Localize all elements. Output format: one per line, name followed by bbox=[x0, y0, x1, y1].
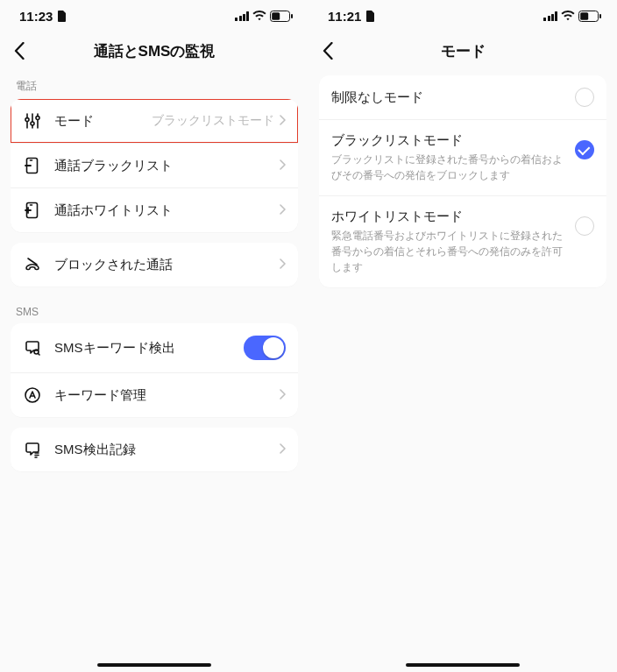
sms-log-card: SMS検出記録 bbox=[11, 428, 298, 471]
row-label: キーワード管理 bbox=[54, 387, 280, 404]
row-label: SMSキーワード検出 bbox=[54, 340, 244, 357]
phone-settings-card: モード ブラックリストモード 通話ブラックリスト 通話ホワイトリスト bbox=[11, 99, 298, 232]
chat-list-icon bbox=[23, 440, 42, 459]
chevron-right-icon bbox=[280, 158, 286, 173]
nav-bar: 通話とSMSの監視 bbox=[0, 32, 308, 70]
page-title: モード bbox=[308, 41, 617, 61]
radio-unchecked[interactable] bbox=[575, 216, 594, 236]
battery-icon bbox=[270, 11, 293, 22]
radio-checked[interactable] bbox=[575, 140, 594, 159]
chat-search-icon bbox=[23, 338, 42, 357]
cellular-icon bbox=[235, 11, 249, 21]
home-indicator[interactable] bbox=[97, 663, 211, 667]
row-label: ブロックされた通話 bbox=[54, 257, 280, 273]
page-title: 通話とSMSの監視 bbox=[0, 41, 308, 61]
svg-rect-1 bbox=[272, 12, 280, 20]
row-mode[interactable]: モード ブラックリストモード bbox=[11, 99, 298, 143]
wifi-icon bbox=[252, 11, 266, 21]
toggle-sms-keyword[interactable] bbox=[244, 336, 286, 360]
svg-rect-12 bbox=[599, 14, 601, 18]
svg-point-9 bbox=[25, 388, 39, 402]
option-desc: 緊急電話番号およびホワイトリストに登録された番号からの着信とそれら番号への発信の… bbox=[331, 228, 566, 275]
option-whitelist[interactable]: ホワイトリストモード 緊急電話番号およびホワイトリストに登録された番号からの着信… bbox=[319, 195, 606, 287]
chevron-right-icon bbox=[280, 257, 286, 272]
chevron-right-icon bbox=[280, 387, 286, 403]
row-call-whitelist[interactable]: 通話ホワイトリスト bbox=[11, 187, 298, 232]
phone-plus-icon bbox=[23, 201, 42, 220]
svg-point-3 bbox=[25, 118, 29, 122]
chevron-left-icon bbox=[14, 42, 25, 60]
status-time: 11:23 bbox=[19, 9, 53, 24]
sliders-icon bbox=[23, 111, 42, 131]
chevron-right-icon bbox=[280, 113, 286, 129]
blocked-call-icon bbox=[23, 255, 42, 274]
status-indicators bbox=[235, 11, 293, 22]
option-no-limit[interactable]: 制限なしモード bbox=[319, 75, 606, 119]
option-desc: ブラックリストに登録された番号からの着信およびその番号への発信をブロックします bbox=[331, 152, 566, 183]
row-sms-keyword-detect: SMSキーワード検出 bbox=[11, 323, 298, 372]
option-title: 制限なしモード bbox=[331, 89, 566, 106]
option-title: ホワイトリストモード bbox=[331, 209, 566, 225]
svg-point-4 bbox=[31, 122, 34, 125]
chevron-right-icon bbox=[280, 442, 286, 457]
content-area: 電話 モード ブラックリストモード 通話ブラックリスト bbox=[0, 70, 308, 672]
home-indicator[interactable] bbox=[406, 663, 520, 667]
section-header-phone: 電話 bbox=[11, 70, 298, 99]
keyword-icon bbox=[23, 386, 42, 405]
row-label: 通話ホワイトリスト bbox=[54, 202, 280, 219]
phone-screen-left: 11:23 通話とSMSの監視 電話 モード bbox=[0, 0, 308, 672]
chevron-left-icon bbox=[323, 42, 333, 60]
status-time: 11:21 bbox=[328, 9, 361, 24]
content-area: 制限なしモード ブラックリストモード ブラックリストに登録された番号からの着信お… bbox=[308, 70, 617, 672]
svg-rect-2 bbox=[291, 14, 293, 18]
option-blacklist[interactable]: ブラックリストモード ブラックリストに登録された番号からの着信およびその番号への… bbox=[319, 119, 606, 195]
sim-icon bbox=[366, 11, 375, 22]
phone-screen-right: 11:21 モード 制限なしモード bbox=[308, 0, 617, 672]
row-label: 通話ブラックリスト bbox=[54, 158, 280, 174]
status-bar: 11:23 bbox=[0, 0, 308, 32]
wifi-icon bbox=[561, 11, 575, 21]
sms-settings-card: SMSキーワード検出 キーワード管理 bbox=[11, 323, 298, 417]
option-title: ブラックリストモード bbox=[331, 132, 566, 149]
row-value: ブラックリストモード bbox=[152, 113, 274, 129]
battery-icon bbox=[578, 11, 601, 22]
mode-options-card: 制限なしモード ブラックリストモード ブラックリストに登録された番号からの着信お… bbox=[319, 75, 606, 287]
status-bar: 11:21 bbox=[308, 0, 617, 32]
blocked-calls-card: ブロックされた通話 bbox=[11, 243, 298, 286]
sim-icon bbox=[58, 11, 67, 22]
row-keyword-manage[interactable]: キーワード管理 bbox=[11, 372, 298, 417]
chevron-right-icon bbox=[280, 202, 286, 218]
radio-unchecked[interactable] bbox=[575, 88, 594, 107]
status-indicators bbox=[543, 11, 601, 22]
back-button[interactable] bbox=[308, 32, 347, 70]
row-call-blacklist[interactable]: 通話ブラックリスト bbox=[11, 143, 298, 187]
phone-minus-icon bbox=[23, 156, 42, 175]
section-header-sms: SMS bbox=[11, 297, 298, 323]
back-button[interactable] bbox=[0, 32, 39, 70]
svg-point-5 bbox=[36, 117, 39, 120]
row-sms-log[interactable]: SMS検出記録 bbox=[11, 428, 298, 471]
svg-rect-11 bbox=[580, 12, 588, 20]
row-label: SMS検出記録 bbox=[54, 442, 280, 458]
row-label: モード bbox=[54, 113, 152, 130]
nav-bar: モード bbox=[308, 32, 617, 70]
row-blocked-calls[interactable]: ブロックされた通話 bbox=[11, 243, 298, 286]
cellular-icon bbox=[543, 11, 557, 21]
